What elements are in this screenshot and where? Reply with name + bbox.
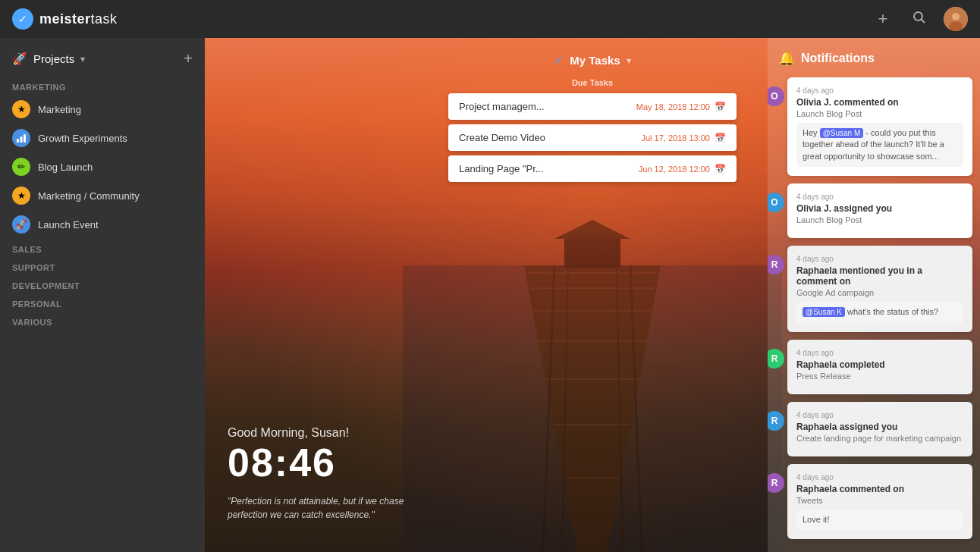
add-project-button[interactable]: + xyxy=(184,50,193,67)
section-marketing: Marketing xyxy=(0,77,205,95)
svg-point-3 xyxy=(952,13,960,20)
notif-avatar: O xyxy=(768,86,784,106)
sidebar-item-blog[interactable]: ✏ Blog Launch xyxy=(0,152,205,181)
clock-display: 08:46 xyxy=(228,443,410,482)
quote-text: "Perfection is not attainable, but if we… xyxy=(228,494,410,522)
calendar-icon: 📅 xyxy=(715,133,726,143)
notif-action: Raphaela assigned you xyxy=(796,422,963,432)
notification-item[interactable]: O 4 days ago Olivia J. commented on Laun… xyxy=(775,77,972,176)
notif-subject: Launch Blog Post xyxy=(796,215,963,224)
content-area: ✓ My Tasks ▾ Due Tasks Project managem..… xyxy=(205,38,980,552)
task-card[interactable]: Create Demo Video Jul 17, 2018 13:00 📅 xyxy=(448,124,737,151)
task-due-date: Jul 17, 2018 13:00 📅 xyxy=(641,133,726,143)
task-card[interactable]: Project managem... May 18, 2018 12:00 📅 xyxy=(448,93,737,120)
notif-timestamp: 4 days ago xyxy=(796,411,963,419)
rocket-icon: 🚀 xyxy=(12,52,27,66)
user-avatar[interactable] xyxy=(944,7,968,31)
sidebar-item-launch-event[interactable]: 🚀 Launch Event xyxy=(0,210,205,239)
search-icon xyxy=(912,11,926,28)
sidebar-title: Projects xyxy=(33,52,74,65)
notifications-title: Notifications xyxy=(801,52,875,65)
task-name: Project managem... xyxy=(459,101,545,112)
notif-action: Raphaela completed xyxy=(796,359,963,370)
notif-bubble: @Susan K what's the status of this? xyxy=(796,302,963,322)
notif-timestamp: 4 days ago xyxy=(796,473,963,481)
notification-item[interactable]: R 4 days ago Raphaela mentioned you in a… xyxy=(775,246,972,331)
notif-card: 4 days ago Raphaela commented on Tweets … xyxy=(787,464,972,539)
chevron-down-icon: ▾ xyxy=(80,54,85,64)
launch-icon: 🚀 xyxy=(12,215,30,234)
notif-subject: Tweets xyxy=(796,496,963,505)
sidebar-item-label: Growth Experiments xyxy=(38,133,127,144)
task-due-date: Jun 12, 2018 12:00 📅 xyxy=(639,164,726,174)
sidebar-item-community[interactable]: ★ Marketing / Community xyxy=(0,181,205,210)
svg-point-0 xyxy=(914,12,922,20)
task-due-text: Jun 12, 2018 12:00 xyxy=(639,165,710,174)
notif-avatar: R xyxy=(768,411,784,431)
top-navigation: ✓ meistertask + xyxy=(0,0,980,38)
section-support: Support xyxy=(0,257,205,275)
plus-icon: + xyxy=(878,9,888,29)
logo[interactable]: ✓ meistertask xyxy=(12,8,118,30)
mention-tag: @Susan K xyxy=(803,307,845,317)
sidebar-item-growth[interactable]: Growth Experiments xyxy=(0,124,205,152)
notif-action: Raphaela commented on xyxy=(796,484,963,494)
notif-timestamp: 4 days ago xyxy=(796,193,963,201)
task-due-text: Jul 17, 2018 13:00 xyxy=(641,133,710,143)
calendar-icon: 📅 xyxy=(715,164,726,174)
notif-avatar: R xyxy=(768,349,784,369)
tasks-chevron-icon: ▾ xyxy=(627,55,631,66)
greeting-area: Good Morning, Susan! 08:46 "Perfection i… xyxy=(228,426,410,522)
sidebar-item-label: Launch Event xyxy=(38,219,99,231)
section-development: Development xyxy=(0,275,205,293)
notif-timestamp: 4 days ago xyxy=(796,86,963,95)
notif-bubble: Hey @Susan M - could you put this togeth… xyxy=(796,123,963,167)
section-various: Various xyxy=(0,312,205,330)
sidebar-item-label: Marketing / Community xyxy=(38,190,140,202)
task-name: Landing Page "Pr... xyxy=(459,163,544,174)
greeting-text: Good Morning, Susan! xyxy=(228,426,410,440)
notification-item[interactable]: O 4 days ago Olivia J. assigned you Laun… xyxy=(775,183,972,238)
notif-avatar: O xyxy=(768,193,784,212)
notif-card: 4 days ago Olivia J. assigned you Launch… xyxy=(787,183,972,238)
notifications-header: 🔔 Notifications xyxy=(775,50,972,67)
svg-rect-5 xyxy=(17,139,19,143)
blog-icon: ✏ xyxy=(12,158,30,176)
notif-card: 4 days ago Raphaela completed Press Rele… xyxy=(787,340,972,394)
notifications-panel[interactable]: 🔔 Notifications O 4 days ago Olivia J. c… xyxy=(768,38,980,552)
community-icon: ★ xyxy=(12,187,30,205)
search-button[interactable] xyxy=(907,7,931,31)
projects-title-row[interactable]: 🚀 Projects ▾ xyxy=(12,52,85,66)
section-sales: Sales xyxy=(0,239,205,257)
my-tasks-panel: ✓ My Tasks ▾ Due Tasks Project managem..… xyxy=(448,38,737,187)
notification-item[interactable]: R 4 days ago Raphaela commented on Tweet… xyxy=(775,464,972,539)
add-button[interactable]: + xyxy=(871,7,895,31)
marketing-icon: ★ xyxy=(12,100,30,118)
notif-action: Raphaela mentioned you in a comment on xyxy=(796,265,963,287)
svg-rect-7 xyxy=(24,134,26,143)
logo-text: meistertask xyxy=(39,11,118,27)
task-due-text: May 18, 2018 12:00 xyxy=(636,102,710,111)
svg-rect-6 xyxy=(20,136,23,143)
notif-timestamp: 4 days ago xyxy=(796,349,963,357)
svg-line-1 xyxy=(922,19,925,23)
logo-icon: ✓ xyxy=(12,8,33,30)
notif-subject: Create landing page for marketing campai… xyxy=(796,434,963,443)
notif-avatar: R xyxy=(768,255,784,274)
task-card[interactable]: Landing Page "Pr... Jun 12, 2018 12:00 📅 xyxy=(448,155,737,182)
sidebar: 🚀 Projects ▾ + Marketing ★ Marketing Gro… xyxy=(0,38,205,552)
my-tasks-title: My Tasks xyxy=(570,54,620,67)
tasks-check-icon: ✓ xyxy=(554,53,564,67)
calendar-icon: 📅 xyxy=(715,102,726,112)
my-tasks-header: ✓ My Tasks ▾ xyxy=(448,53,737,67)
sidebar-item-label: Marketing xyxy=(38,104,81,115)
notification-item[interactable]: R 4 days ago Raphaela assigned you Creat… xyxy=(775,402,972,456)
bell-icon: 🔔 xyxy=(778,50,795,67)
notif-bubble: Love it! xyxy=(796,510,963,530)
notification-item[interactable]: R 4 days ago Raphaela completed Press Re… xyxy=(775,340,972,394)
notif-timestamp: 4 days ago xyxy=(796,255,963,263)
task-due-date: May 18, 2018 12:00 📅 xyxy=(636,102,726,112)
task-name: Create Demo Video xyxy=(459,132,545,143)
sidebar-item-marketing[interactable]: ★ Marketing xyxy=(0,95,205,124)
growth-icon xyxy=(12,129,30,147)
